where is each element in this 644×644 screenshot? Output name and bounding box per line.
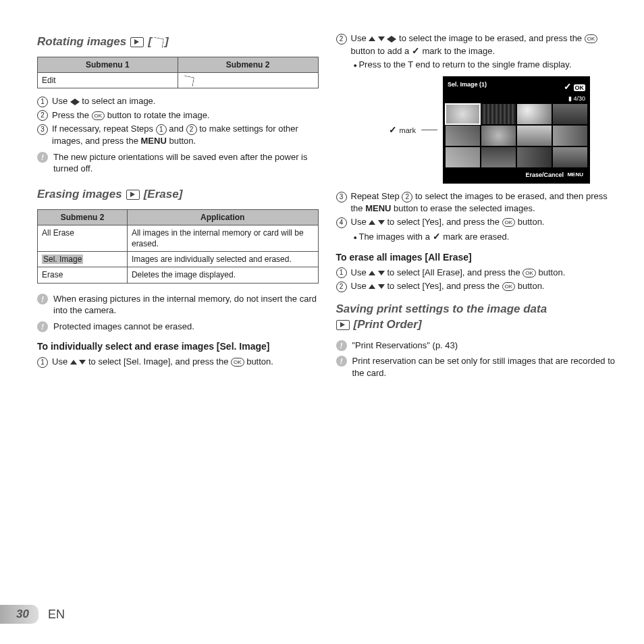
step-num-1: 1: [336, 267, 347, 278]
ok-icon: OK: [502, 218, 516, 227]
section-title-erasing: Erasing images [Erase]: [37, 187, 319, 203]
down-arrow-icon: [378, 36, 385, 41]
print-note-1: ! "Print Reservations" (p. 43): [336, 340, 618, 352]
up-arrow-icon: [369, 220, 375, 225]
rotate-icon: [153, 36, 164, 47]
up-arrow-icon: [70, 360, 77, 365]
check-icon: ✓: [412, 45, 420, 56]
down-arrow-icon: [378, 284, 385, 289]
section-title-print: Saving print settings to the image data …: [336, 302, 618, 333]
ok-icon: OK: [522, 269, 536, 277]
sel-image-heading: To individually select and erase images …: [37, 340, 319, 353]
th-submenu2: Submenu 2: [178, 57, 318, 72]
td-edit: Edit: [38, 73, 178, 88]
all-erase-step-1: 1 Use to select [All Erase], and press t…: [336, 267, 618, 279]
all-erase-heading: To erase all images [All Erase]: [336, 251, 618, 264]
step-num-2: 2: [336, 281, 347, 292]
text: Rotating images: [37, 34, 126, 50]
rotating-table: Submenu 1 Submenu 2 Edit: [37, 57, 319, 88]
caution-icon: !: [37, 152, 48, 163]
down-arrow-icon: [378, 220, 385, 225]
up-arrow-icon: [369, 271, 375, 275]
bracket-close: ]: [165, 35, 169, 48]
step-num-3: 3: [336, 192, 347, 203]
sel-image-step-2: 2 Use to select the image to be erased, …: [336, 32, 618, 57]
left-arrow-icon: [387, 36, 392, 43]
rotating-step-2: 2 Press the OK button to rotate the imag…: [37, 109, 319, 122]
play-icon: [336, 320, 350, 330]
print-note-2: ! Print reservation can be set only for …: [336, 355, 618, 379]
ok-icon: OK: [92, 111, 105, 120]
sel-image-step-3: 3 Repeat Step 2 to select the images to …: [336, 190, 618, 214]
erasing-note-1: ! When erasing pictures in the internal …: [37, 293, 319, 317]
caution-icon: !: [37, 294, 48, 304]
erasing-note-2: ! Protected images cannot be erased.: [37, 321, 319, 333]
language-label: EN: [48, 608, 65, 622]
camera-illustration: ✓ mark Sel. Image (1) ✓ OK ▮ 4/30 Erase/…: [336, 76, 591, 184]
sel-image-step-1: 1 Use to select [Sel. Image], and press …: [37, 356, 319, 368]
step-num-1: 1: [37, 97, 48, 107]
caution-icon: !: [37, 321, 48, 332]
page-footer: 30 EN: [0, 605, 65, 624]
left-arrow-icon: [70, 99, 75, 105]
td-rotate-icon: [178, 73, 318, 88]
caution-icon: !: [336, 356, 347, 367]
rotating-step-3: 3 If necessary, repeat Steps 1 and 2 to …: [37, 123, 319, 146]
play-icon: [126, 190, 140, 200]
step-num-1: 1: [37, 357, 48, 368]
bracket-open: [: [148, 35, 152, 48]
step-num-2: 2: [336, 34, 347, 45]
bullet-single-frame: Press to the T end to return to the sing…: [354, 59, 618, 71]
erasing-table: Submenu 2 Application All Erase All imag…: [37, 209, 319, 284]
ok-icon: OK: [502, 282, 516, 291]
rotate-icon: [183, 76, 194, 86]
ok-icon: OK: [231, 358, 244, 367]
ok-icon: OK: [585, 34, 598, 43]
up-arrow-icon: [369, 284, 375, 289]
sel-image-step-4: 4 Use to select [Yes], and press the OK …: [336, 216, 618, 228]
th-submenu1: Submenu 1: [38, 57, 178, 72]
all-erase-step-2: 2 Use to select [Yes], and press the OK …: [336, 280, 618, 292]
rotating-note: ! The new picture orientations will be s…: [37, 151, 319, 175]
down-arrow-icon: [79, 360, 86, 365]
bullet-check-erased: The images with a ✓ mark are erased.: [354, 230, 618, 243]
caution-icon: !: [336, 340, 347, 351]
step-num-3: 3: [37, 124, 48, 135]
page-number: 30: [0, 605, 38, 624]
step-num-2: 2: [37, 110, 48, 121]
menu-icon: MENU: [565, 171, 585, 179]
down-arrow-icon: [378, 271, 385, 275]
rotating-step-1: 1 Use to select an image.: [37, 95, 319, 107]
up-arrow-icon: [369, 36, 375, 41]
check-icon: ✓: [389, 124, 397, 135]
section-title-rotating: Rotating images []: [37, 34, 319, 50]
right-arrow-icon: [75, 99, 80, 105]
step-num-4: 4: [336, 217, 347, 228]
check-icon: ✓: [433, 231, 441, 242]
card-icon: ▮: [568, 95, 572, 102]
play-icon: [130, 37, 144, 47]
